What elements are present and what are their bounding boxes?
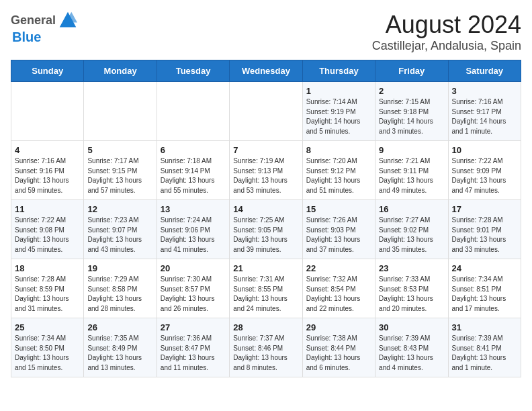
- day-number: 24: [452, 263, 517, 273]
- calendar-week-3: 11Sunrise: 7:22 AM Sunset: 9:08 PM Dayli…: [11, 200, 521, 259]
- calendar-cell: 7Sunrise: 7:19 AM Sunset: 9:13 PM Daylig…: [230, 141, 302, 200]
- day-header-sunday: Sunday: [11, 60, 84, 82]
- day-number: 20: [161, 263, 226, 273]
- calendar-cell: 21Sunrise: 7:31 AM Sunset: 8:55 PM Dayli…: [230, 259, 302, 318]
- day-number: 9: [379, 145, 444, 155]
- day-info: Sunrise: 7:16 AM Sunset: 9:16 PM Dayligh…: [15, 156, 80, 195]
- calendar-cell: 19Sunrise: 7:29 AM Sunset: 8:58 PM Dayli…: [84, 259, 157, 318]
- calendar-week-1: 1Sunrise: 7:14 AM Sunset: 9:19 PM Daylig…: [11, 82, 521, 141]
- day-info: Sunrise: 7:25 AM Sunset: 9:05 PM Dayligh…: [233, 216, 298, 255]
- calendar-week-5: 25Sunrise: 7:34 AM Sunset: 8:50 PM Dayli…: [11, 318, 521, 377]
- calendar-cell: 23Sunrise: 7:33 AM Sunset: 8:53 PM Dayli…: [375, 259, 448, 318]
- day-info: Sunrise: 7:22 AM Sunset: 9:08 PM Dayligh…: [15, 216, 80, 255]
- calendar-cell: 5Sunrise: 7:17 AM Sunset: 9:15 PM Daylig…: [84, 141, 157, 200]
- calendar-cell: 20Sunrise: 7:30 AM Sunset: 8:57 PM Dayli…: [157, 259, 229, 318]
- day-info: Sunrise: 7:14 AM Sunset: 9:19 PM Dayligh…: [306, 97, 371, 136]
- calendar-cell: 8Sunrise: 7:20 AM Sunset: 9:12 PM Daylig…: [302, 141, 375, 200]
- day-info: Sunrise: 7:31 AM Sunset: 8:55 PM Dayligh…: [233, 275, 298, 314]
- calendar-cell: 29Sunrise: 7:38 AM Sunset: 8:44 PM Dayli…: [302, 318, 375, 377]
- day-number: 16: [379, 204, 444, 214]
- day-info: Sunrise: 7:17 AM Sunset: 9:15 PM Dayligh…: [87, 156, 152, 195]
- day-info: Sunrise: 7:34 AM Sunset: 8:51 PM Dayligh…: [452, 275, 517, 314]
- calendar-cell: [11, 82, 84, 141]
- day-info: Sunrise: 7:21 AM Sunset: 9:11 PM Dayligh…: [379, 156, 444, 195]
- logo-general-text: General: [11, 13, 56, 28]
- calendar-cell: 6Sunrise: 7:18 AM Sunset: 9:14 PM Daylig…: [157, 141, 229, 200]
- day-number: 2: [379, 86, 444, 96]
- day-number: 12: [87, 204, 152, 214]
- day-info: Sunrise: 7:29 AM Sunset: 8:58 PM Dayligh…: [87, 275, 152, 314]
- main-title: August 2024: [372, 11, 521, 39]
- calendar-week-4: 18Sunrise: 7:28 AM Sunset: 8:59 PM Dayli…: [11, 259, 521, 318]
- day-info: Sunrise: 7:39 AM Sunset: 8:43 PM Dayligh…: [379, 334, 444, 373]
- logo-icon: [58, 11, 77, 30]
- day-number: 11: [15, 204, 80, 214]
- day-header-monday: Monday: [84, 60, 157, 82]
- calendar-cell: [230, 82, 302, 141]
- day-info: Sunrise: 7:32 AM Sunset: 8:54 PM Dayligh…: [306, 275, 371, 314]
- day-number: 18: [15, 263, 80, 273]
- day-number: 28: [233, 322, 298, 332]
- day-number: 15: [306, 204, 371, 214]
- day-info: Sunrise: 7:24 AM Sunset: 9:06 PM Dayligh…: [161, 216, 226, 255]
- day-info: Sunrise: 7:19 AM Sunset: 9:13 PM Dayligh…: [233, 156, 298, 195]
- day-number: 13: [161, 204, 226, 214]
- day-number: 26: [87, 322, 152, 332]
- day-info: Sunrise: 7:28 AM Sunset: 8:59 PM Dayligh…: [15, 275, 80, 314]
- calendar-cell: [84, 82, 157, 141]
- day-header-saturday: Saturday: [448, 60, 521, 82]
- logo: General Blue: [11, 11, 77, 45]
- day-info: Sunrise: 7:34 AM Sunset: 8:50 PM Dayligh…: [15, 334, 80, 373]
- day-number: 29: [306, 322, 371, 332]
- day-header-tuesday: Tuesday: [157, 60, 229, 82]
- day-info: Sunrise: 7:36 AM Sunset: 8:47 PM Dayligh…: [161, 334, 226, 373]
- calendar-cell: 25Sunrise: 7:34 AM Sunset: 8:50 PM Dayli…: [11, 318, 84, 377]
- day-info: Sunrise: 7:23 AM Sunset: 9:07 PM Dayligh…: [87, 216, 152, 255]
- subtitle: Castillejar, Andalusia, Spain: [372, 39, 521, 53]
- day-number: 22: [306, 263, 371, 273]
- title-area: August 2024 Castillejar, Andalusia, Spai…: [372, 11, 521, 53]
- day-number: 8: [306, 145, 371, 155]
- day-info: Sunrise: 7:26 AM Sunset: 9:03 PM Dayligh…: [306, 216, 371, 255]
- day-info: Sunrise: 7:39 AM Sunset: 8:41 PM Dayligh…: [452, 334, 517, 373]
- day-header-thursday: Thursday: [302, 60, 375, 82]
- day-info: Sunrise: 7:35 AM Sunset: 8:49 PM Dayligh…: [87, 334, 152, 373]
- day-number: 23: [379, 263, 444, 273]
- calendar-cell: 27Sunrise: 7:36 AM Sunset: 8:47 PM Dayli…: [157, 318, 229, 377]
- day-number: 31: [452, 322, 517, 332]
- day-number: 4: [15, 145, 80, 155]
- day-number: 17: [452, 204, 517, 214]
- day-number: 30: [379, 322, 444, 332]
- day-header-wednesday: Wednesday: [230, 60, 302, 82]
- day-info: Sunrise: 7:33 AM Sunset: 8:53 PM Dayligh…: [379, 275, 444, 314]
- calendar-cell: 15Sunrise: 7:26 AM Sunset: 9:03 PM Dayli…: [302, 200, 375, 259]
- calendar-table: SundayMondayTuesdayWednesdayThursdayFrid…: [11, 60, 521, 377]
- day-number: 19: [87, 263, 152, 273]
- day-number: 1: [306, 86, 371, 96]
- day-number: 27: [161, 322, 226, 332]
- day-number: 5: [87, 145, 152, 155]
- day-info: Sunrise: 7:30 AM Sunset: 8:57 PM Dayligh…: [161, 275, 226, 314]
- day-info: Sunrise: 7:27 AM Sunset: 9:02 PM Dayligh…: [379, 216, 444, 255]
- calendar-cell: 14Sunrise: 7:25 AM Sunset: 9:05 PM Dayli…: [230, 200, 302, 259]
- calendar-cell: 18Sunrise: 7:28 AM Sunset: 8:59 PM Dayli…: [11, 259, 84, 318]
- day-number: 25: [15, 322, 80, 332]
- header: General Blue August 2024 Castillejar, An…: [11, 11, 521, 53]
- calendar-header-row: SundayMondayTuesdayWednesdayThursdayFrid…: [11, 60, 521, 82]
- day-number: 10: [452, 145, 517, 155]
- calendar-cell: [157, 82, 229, 141]
- calendar-cell: 30Sunrise: 7:39 AM Sunset: 8:43 PM Dayli…: [375, 318, 448, 377]
- calendar-cell: 16Sunrise: 7:27 AM Sunset: 9:02 PM Dayli…: [375, 200, 448, 259]
- day-info: Sunrise: 7:15 AM Sunset: 9:18 PM Dayligh…: [379, 97, 444, 136]
- day-header-friday: Friday: [375, 60, 448, 82]
- calendar-cell: 12Sunrise: 7:23 AM Sunset: 9:07 PM Dayli…: [84, 200, 157, 259]
- day-info: Sunrise: 7:38 AM Sunset: 8:44 PM Dayligh…: [306, 334, 371, 373]
- day-number: 14: [233, 204, 298, 214]
- calendar-cell: 13Sunrise: 7:24 AM Sunset: 9:06 PM Dayli…: [157, 200, 229, 259]
- calendar-cell: 17Sunrise: 7:28 AM Sunset: 9:01 PM Dayli…: [448, 200, 521, 259]
- day-number: 3: [452, 86, 517, 96]
- calendar-cell: 26Sunrise: 7:35 AM Sunset: 8:49 PM Dayli…: [84, 318, 157, 377]
- logo-blue-text: Blue: [12, 30, 41, 44]
- day-info: Sunrise: 7:18 AM Sunset: 9:14 PM Dayligh…: [161, 156, 226, 195]
- calendar-cell: 11Sunrise: 7:22 AM Sunset: 9:08 PM Dayli…: [11, 200, 84, 259]
